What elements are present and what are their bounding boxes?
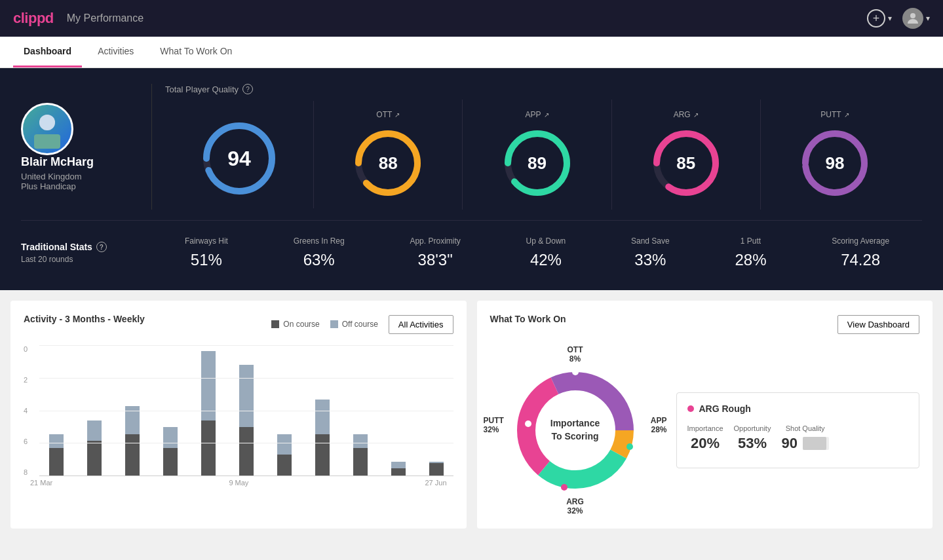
activity-chart-panel: Activity - 3 Months - Weekly On course O…	[10, 301, 467, 529]
player-name: Blair McHarg	[21, 155, 94, 169]
traditional-stats-section: Traditional Stats ? Last 20 rounds Fairw…	[21, 220, 922, 274]
bar-group	[343, 434, 377, 476]
trad-stat-label: Fairways Hit	[185, 236, 228, 246]
trad-stat-value: 33%	[631, 251, 670, 269]
score-label-ott: OTT↗	[376, 110, 400, 119]
score-label-app: APP↗	[526, 110, 549, 119]
chart-area: 86420	[24, 345, 453, 489]
on-course-bar	[353, 448, 368, 476]
trad-stat-label: Scoring Average	[832, 236, 889, 246]
header: clippd My Performance + ▾ ▾	[0, 0, 943, 37]
on-course-bar	[315, 434, 330, 476]
trad-stat-value: 38'3"	[410, 251, 460, 269]
donut-label-ott: OTT 8%	[568, 345, 583, 364]
user-chevron-icon: ▾	[926, 14, 930, 23]
donut-label-putt: PUTT 32%	[484, 416, 504, 434]
chart-header: Activity - 3 Months - Weekly On course O…	[24, 314, 453, 335]
ring-putt: 98	[799, 127, 871, 199]
opportunity-metric: Opportunity 53%	[734, 424, 771, 452]
quality-metric: Shot Quality 90	[781, 424, 828, 452]
bar-group	[115, 406, 149, 476]
logo: clippd	[13, 10, 54, 27]
off-course-bar	[353, 434, 368, 448]
player-country: United Kingdom	[21, 172, 94, 181]
user-menu-button[interactable]: ▾	[902, 8, 930, 29]
tab-dashboard[interactable]: Dashboard	[13, 37, 82, 67]
trad-stat-1-putt: 1 Putt 28%	[735, 236, 766, 269]
ring-value-putt: 98	[825, 153, 844, 174]
tab-what-to-work-on[interactable]: What To Work On	[149, 37, 242, 67]
view-dashboard-button[interactable]: View Dashboard	[837, 315, 919, 334]
bar-stack	[277, 434, 292, 476]
svg-point-19	[626, 443, 633, 450]
avatar	[902, 8, 923, 29]
all-activities-button[interactable]: All Activities	[389, 315, 453, 334]
ring-value-arg: 85	[676, 153, 695, 174]
trad-stat-label: Up & Down	[526, 236, 566, 246]
on-course-bar	[277, 455, 292, 476]
on-course-bar	[239, 427, 254, 476]
trad-stat-value: 74.28	[832, 251, 889, 269]
tab-activities[interactable]: Activities	[87, 37, 144, 67]
work-header: What To Work On View Dashboard	[490, 314, 920, 335]
score-item-app: APP↗ 89	[463, 100, 611, 210]
add-button[interactable]: + ▾	[867, 9, 892, 28]
donut-label-arg: ARG 32%	[566, 497, 584, 515]
on-course-bar	[201, 420, 216, 476]
y-axis-label: 2	[24, 376, 37, 384]
trad-stat-app.-proximity: App. Proximity 38'3"	[410, 236, 460, 269]
bar-stack	[429, 462, 444, 476]
bar-group	[229, 365, 263, 476]
importance-metric: Importance 20%	[687, 424, 723, 452]
y-axis-label: 6	[24, 438, 37, 445]
off-course-bar	[163, 427, 178, 448]
header-title: My Performance	[67, 12, 144, 24]
bar-group	[77, 420, 111, 476]
x-labels: 21 Mar 9 May 27 Jun	[24, 479, 453, 487]
on-course-bar	[49, 448, 64, 476]
trad-help-icon[interactable]: ?	[96, 242, 107, 252]
ring-arg: 85	[650, 127, 722, 199]
ring-value-total: 94	[227, 147, 251, 171]
off-course-bar	[315, 400, 330, 434]
quality-bar	[803, 437, 829, 450]
detail-card-title: ARG Rough	[687, 403, 909, 414]
svg-point-3	[39, 115, 55, 130]
bar-group	[191, 351, 225, 476]
stats-section: Blair McHarg United Kingdom Plus Handica…	[21, 84, 922, 210]
score-item-ott: OTT↗ 88	[314, 100, 463, 210]
nav-tabs: Dashboard Activities What To Work On	[0, 37, 943, 68]
trad-stat-greens-in-reg: Greens In Reg 63%	[294, 236, 345, 269]
bottom-row: Activity - 3 Months - Weekly On course O…	[0, 290, 943, 539]
bar-group	[39, 434, 73, 476]
y-axis-label: 8	[24, 468, 37, 476]
svg-point-20	[561, 484, 568, 491]
player-column: Blair McHarg United Kingdom Plus Handica…	[21, 84, 152, 210]
trad-stat-up-&-down: Up & Down 42%	[526, 236, 566, 269]
bars-container	[39, 345, 453, 476]
svg-rect-2	[34, 134, 60, 149]
off-course-bar	[277, 434, 292, 455]
trad-stat-label: 1 Putt	[735, 236, 766, 246]
quality-help-icon[interactable]: ?	[242, 84, 253, 94]
legend-on-course: On course	[271, 320, 319, 329]
off-course-bar	[391, 462, 406, 469]
svg-point-0	[910, 13, 915, 18]
bar-group	[305, 400, 339, 476]
player-handicap: Plus Handicap	[21, 181, 94, 191]
trad-title: Traditional Stats ?	[21, 242, 136, 252]
player-avatar	[21, 103, 73, 155]
detail-metrics: Importance 20% Opportunity 53% Shot Qual…	[687, 424, 909, 452]
trad-stat-label: App. Proximity	[410, 236, 460, 246]
off-course-bar	[87, 420, 102, 441]
trad-stats: Fairways Hit 51% Greens In Reg 63% App. …	[152, 236, 922, 269]
on-course-bar	[391, 468, 406, 476]
header-right: + ▾ ▾	[867, 8, 930, 29]
ring-value-ott: 88	[379, 153, 398, 174]
player-info: Blair McHarg United Kingdom Plus Handica…	[21, 155, 94, 191]
trad-subtitle: Last 20 rounds	[21, 255, 136, 264]
add-circle-icon[interactable]: +	[867, 9, 885, 28]
score-label-putt: PUTT↗	[820, 110, 849, 119]
header-left: clippd My Performance	[13, 10, 144, 27]
legend-off-course: Off course	[330, 320, 378, 329]
